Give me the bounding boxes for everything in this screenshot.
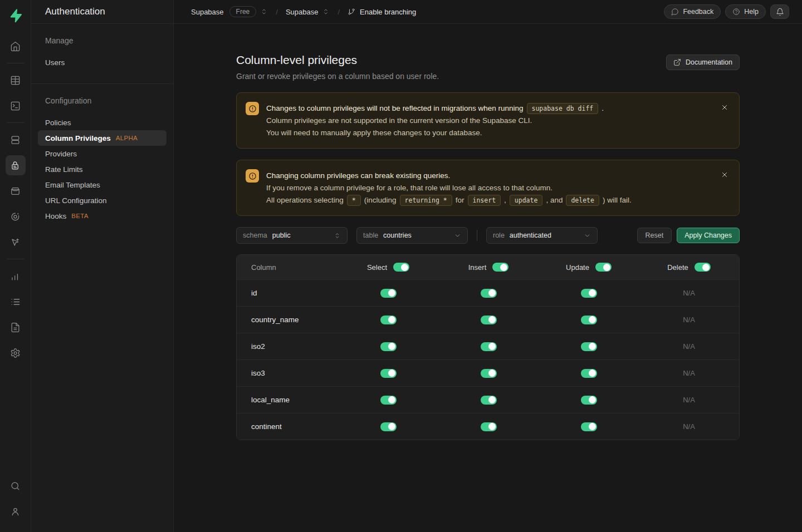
warning-icon: [246, 102, 259, 115]
break-queries-warning-alert: Changing column privileges can break exi…: [236, 160, 740, 216]
table-editor-icon[interactable]: [6, 70, 26, 90]
delete-na-label: N/A: [683, 369, 695, 377]
sidebar-item-column-privileges[interactable]: Column Privileges ALPHA: [38, 130, 167, 146]
select-toggle[interactable]: [380, 289, 397, 298]
sidebar-item-email-templates[interactable]: Email Templates: [31, 177, 173, 193]
update-header: Update: [566, 263, 589, 272]
alert-line: All operations selecting * (including re…: [266, 194, 632, 206]
update-toggle[interactable]: [581, 289, 597, 298]
sidebar-item-providers[interactable]: Providers: [31, 146, 173, 161]
delete-all-toggle[interactable]: [695, 263, 711, 272]
configuration-section: Configuration Policies Column Privileges…: [31, 84, 173, 237]
update-toggle[interactable]: [581, 342, 597, 351]
insert-toggle[interactable]: [481, 369, 497, 378]
sidebar-item-hooks[interactable]: Hooks BETA: [31, 208, 173, 224]
insert-toggle[interactable]: [481, 342, 497, 351]
table-row: iso3 N/A: [237, 359, 739, 386]
table-row: continent N/A: [237, 413, 739, 440]
insert-all-toggle[interactable]: [492, 263, 508, 272]
sidebar-item-rate-limits[interactable]: Rate Limits: [31, 161, 173, 177]
alert-line: Column privileges are not supported in t…: [266, 115, 604, 126]
column-header: Column: [237, 263, 338, 272]
org-switcher-chevrons-icon[interactable]: [260, 8, 268, 16]
insert-toggle[interactable]: [481, 316, 497, 324]
insert-toggle[interactable]: [481, 289, 497, 298]
feedback-button[interactable]: Feedback: [664, 4, 721, 19]
authentication-icon[interactable]: [6, 155, 26, 175]
select-toggle[interactable]: [380, 316, 397, 324]
rail-divider: [7, 259, 25, 259]
edge-functions-icon[interactable]: [6, 206, 26, 226]
delete-header: Delete: [667, 263, 688, 272]
select-all-toggle[interactable]: [393, 263, 409, 272]
select-toggle[interactable]: [380, 422, 397, 431]
manage-section: Manage Users: [31, 24, 173, 84]
apply-changes-button[interactable]: Apply Changes: [677, 228, 740, 243]
documentation-button[interactable]: Documentation: [666, 55, 740, 70]
sidebar-item-users[interactable]: Users: [31, 55, 173, 70]
column-name: continent: [237, 422, 338, 431]
update-all-toggle[interactable]: [595, 263, 612, 272]
vertical-divider: [477, 230, 477, 241]
update-toggle[interactable]: [581, 369, 597, 378]
storage-icon[interactable]: [6, 181, 26, 201]
supabase-logo-icon[interactable]: [6, 6, 26, 26]
select-toggle[interactable]: [380, 396, 397, 405]
schema-select[interactable]: schema public: [236, 227, 348, 244]
code-chip: delete: [566, 195, 599, 206]
profile-icon[interactable]: [6, 501, 26, 521]
insert-header: Insert: [468, 263, 487, 272]
project-name[interactable]: Supabase: [286, 8, 319, 16]
git-branch-icon: [348, 8, 355, 16]
breadcrumb: Supabase Free / Supabase / Enable branch…: [191, 6, 416, 17]
update-toggle[interactable]: [581, 422, 597, 431]
reports-icon[interactable]: [6, 266, 26, 286]
database-icon[interactable]: [6, 130, 26, 150]
org-name[interactable]: Supabase: [191, 8, 224, 16]
close-icon[interactable]: [717, 100, 732, 115]
code-chip: supabase db diff: [527, 103, 599, 114]
reset-button[interactable]: Reset: [637, 228, 672, 243]
update-toggle[interactable]: [581, 396, 597, 405]
chevrons-up-down-icon: [334, 232, 341, 239]
insert-toggle[interactable]: [481, 422, 497, 431]
close-icon[interactable]: [717, 168, 732, 182]
help-circle-icon: [732, 8, 740, 16]
enable-branching-button[interactable]: Enable branching: [348, 8, 416, 16]
beta-badge: BETA: [71, 213, 88, 219]
page-header: Column-level privileges Grant or revoke …: [236, 53, 740, 81]
column-name: id: [237, 289, 338, 297]
plan-badge[interactable]: Free: [229, 6, 257, 17]
update-toggle[interactable]: [581, 316, 597, 324]
search-icon[interactable]: [6, 476, 26, 496]
logs-icon[interactable]: [6, 292, 26, 312]
home-icon[interactable]: [6, 36, 26, 56]
select-toggle[interactable]: [380, 369, 397, 378]
rail-divider: [7, 63, 25, 63]
bell-icon: [776, 8, 784, 16]
topbar: Supabase Free / Supabase / Enable branch…: [174, 0, 802, 24]
sidebar-item-url-configuration[interactable]: URL Configuration: [31, 193, 173, 208]
rail-divider: [7, 122, 25, 123]
realtime-icon[interactable]: [6, 232, 26, 252]
insert-toggle[interactable]: [481, 396, 497, 405]
privileges-table: Column Select Insert Update Delete id N/…: [236, 254, 740, 440]
page-title: Column-level privileges: [236, 53, 439, 67]
select-toggle[interactable]: [380, 342, 397, 351]
api-docs-icon[interactable]: [6, 317, 26, 337]
project-settings-icon[interactable]: [6, 343, 26, 363]
help-button[interactable]: Help: [725, 4, 766, 19]
project-switcher-chevrons-icon[interactable]: [322, 8, 330, 16]
sidebar-item-policies[interactable]: Policies: [31, 115, 173, 130]
page-content: Column-level privileges Grant or revoke …: [174, 24, 802, 532]
main-area: Supabase Free / Supabase / Enable branch…: [174, 0, 802, 532]
topbar-actions: Feedback Help: [664, 4, 789, 19]
sql-editor-icon[interactable]: [6, 96, 26, 116]
table-select[interactable]: table countries: [356, 227, 468, 244]
alert-title: Changes to column privileges will not be…: [266, 102, 604, 114]
delete-na-label: N/A: [683, 316, 695, 324]
external-link-icon: [673, 58, 681, 66]
alert-line: If you remove a column privilege for a r…: [266, 182, 632, 194]
notifications-button[interactable]: [770, 4, 789, 19]
role-select[interactable]: role authenticated: [486, 227, 598, 244]
